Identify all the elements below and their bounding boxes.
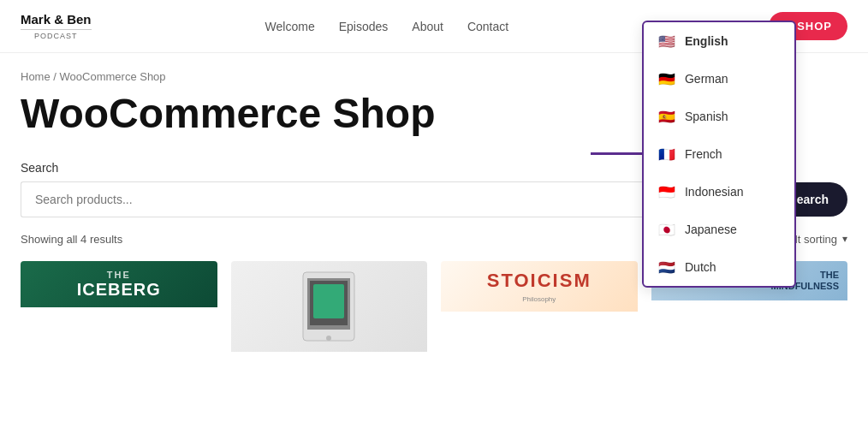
lang-label-japanese: Japanese — [685, 223, 737, 236]
lang-label-french: French — [685, 147, 722, 161]
lang-item-dutch[interactable]: 🇳🇱 Dutch — [644, 248, 794, 286]
logo[interactable]: Mark & Ben Podcast — [21, 12, 92, 40]
nav-welcome[interactable]: Welcome — [265, 20, 315, 33]
lang-label-spanish: Spanish — [685, 110, 728, 123]
svg-point-4 — [326, 336, 331, 341]
svg-rect-3 — [313, 284, 344, 318]
flag-spanish: 🇪🇸 — [657, 107, 676, 126]
flag-japanese: 🇯🇵 — [657, 220, 676, 239]
lang-label-dutch: Dutch — [685, 260, 716, 274]
nav-contact[interactable]: Contact — [467, 20, 508, 33]
logo-subtitle: Podcast — [21, 29, 92, 40]
product-image-tablet — [231, 261, 428, 352]
stoicism-title: STOICISM — [487, 270, 592, 292]
product-image-stoicism: STOICISM Philosophy — [441, 261, 638, 312]
lang-item-english[interactable]: 🇺🇸 English — [644, 22, 794, 60]
flag-dutch: 🇳🇱 — [657, 258, 676, 276]
language-dropdown: 🇺🇸 English 🇩🇪 German 🇪🇸 Spanish 🇫🇷 Frenc… — [642, 21, 796, 288]
lang-label-german: German — [685, 72, 728, 86]
tablet-svg — [294, 268, 363, 345]
lang-item-french[interactable]: 🇫🇷 French — [644, 135, 794, 173]
lang-item-german[interactable]: 🇩🇪 German — [644, 60, 794, 98]
nav-episodes[interactable]: Episodes — [339, 20, 389, 33]
flag-french: 🇫🇷 — [657, 145, 676, 163]
product-image-iceberg: THE ICEBERG — [21, 261, 217, 307]
main-nav: Welcome Episodes About Contact — [265, 20, 509, 33]
flag-german: 🇩🇪 — [657, 69, 676, 88]
lang-label-indonesian: Indonesian — [685, 185, 744, 199]
nav-about[interactable]: About — [412, 20, 443, 33]
logo-title: Mark & Ben — [21, 12, 92, 27]
breadcrumb-home[interactable]: Home — [21, 70, 51, 83]
header-right: 🇺🇸 English E-SHOP 🇺🇸 English 🇩🇪 German 🇪… — [682, 12, 847, 40]
lang-label-english: English — [685, 34, 728, 48]
chevron-down-icon: ▾ — [842, 233, 847, 245]
lang-item-japanese[interactable]: 🇯🇵 Japanese — [644, 211, 794, 248]
product-tablet[interactable] — [231, 261, 428, 364]
results-count: Showing all 4 results — [21, 233, 122, 246]
breadcrumb-separator: / — [53, 70, 59, 83]
breadcrumb-current: WooCommerce Shop — [60, 70, 166, 83]
product-iceberg[interactable]: THE ICEBERG — [21, 261, 217, 364]
flag-indonesian: 🇮🇩 — [657, 182, 676, 201]
lang-item-spanish[interactable]: 🇪🇸 Spanish — [644, 98, 794, 135]
lang-item-indonesian[interactable]: 🇮🇩 Indonesian — [644, 173, 794, 211]
flag-english: 🇺🇸 — [657, 32, 676, 51]
product-stoicism[interactable]: STOICISM Philosophy — [441, 261, 638, 364]
